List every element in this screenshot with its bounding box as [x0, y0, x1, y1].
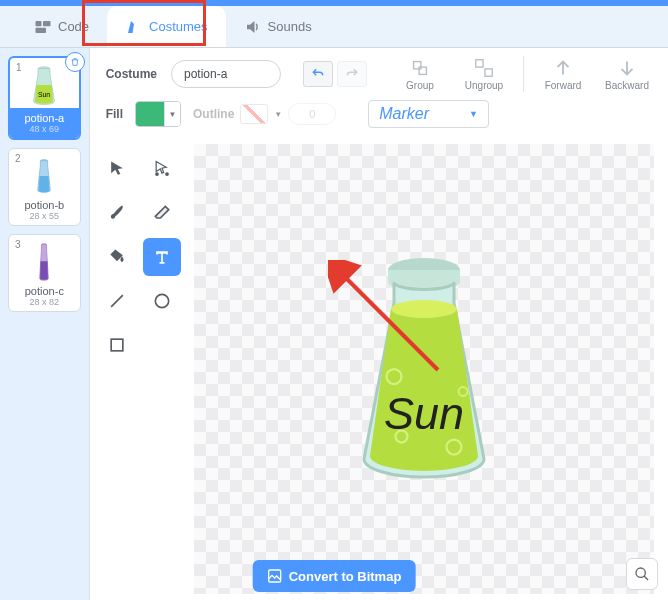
- thumb-image: [13, 239, 76, 285]
- costume-name: potion-a: [10, 112, 79, 124]
- costume-thumb[interactable]: 1 Sun potion-a 48 x 69: [8, 56, 81, 140]
- code-icon: [34, 18, 52, 36]
- font-select[interactable]: Marker ▼: [368, 100, 489, 128]
- undo-button[interactable]: [303, 61, 333, 87]
- svg-rect-8: [419, 67, 426, 74]
- tab-sounds[interactable]: Sounds: [226, 6, 330, 47]
- select-tool[interactable]: [98, 150, 136, 188]
- undo-icon: [311, 67, 325, 81]
- sounds-icon: [244, 18, 262, 36]
- costume-thumb[interactable]: 3 potion-c 28 x 82: [8, 234, 81, 312]
- trash-icon: [70, 57, 80, 67]
- tool-palette: [90, 138, 190, 600]
- group-button[interactable]: Group: [395, 57, 445, 91]
- fill-swatch: [136, 102, 164, 126]
- svg-rect-10: [485, 69, 492, 76]
- text-tool[interactable]: [143, 238, 181, 276]
- fill-color-picker[interactable]: ▼: [135, 101, 181, 127]
- svg-rect-7: [414, 62, 421, 69]
- redo-button[interactable]: [337, 61, 367, 87]
- thumb-image: Sun: [14, 62, 75, 108]
- redo-icon: [345, 67, 359, 81]
- zoom-icon: [634, 566, 650, 582]
- line-tool[interactable]: [98, 282, 136, 320]
- svg-rect-9: [476, 60, 483, 67]
- tab-label: Code: [58, 19, 89, 34]
- svg-point-24: [636, 568, 645, 577]
- outline-color-picker[interactable]: [240, 104, 268, 124]
- circle-icon: [152, 291, 172, 311]
- forward-button[interactable]: Forward: [538, 57, 588, 91]
- tab-code[interactable]: Code: [16, 6, 107, 47]
- backward-button[interactable]: Backward: [602, 57, 652, 91]
- costume-artwork: Sun: [334, 249, 514, 489]
- circle-tool[interactable]: [143, 282, 181, 320]
- costume-thumb[interactable]: 2 potion-b 28 x 55: [8, 148, 81, 226]
- svg-point-14: [155, 294, 168, 307]
- eraser-tool[interactable]: [143, 194, 181, 232]
- ungroup-icon: [473, 57, 495, 79]
- costumes-icon: [125, 18, 143, 36]
- chevron-down-icon: ▼: [164, 102, 180, 126]
- tab-bar: Code Costumes Sounds: [0, 6, 668, 48]
- costume-number: 3: [15, 239, 21, 250]
- fill-tool[interactable]: [98, 238, 136, 276]
- font-name: Marker: [379, 105, 429, 123]
- costume-dim: 48 x 69: [10, 124, 79, 134]
- costume-name: potion-b: [13, 199, 76, 211]
- pointer-icon: [107, 159, 127, 179]
- svg-rect-1: [43, 21, 51, 26]
- svg-rect-15: [111, 339, 123, 351]
- fill-label: Fill: [106, 107, 123, 121]
- line-icon: [107, 291, 127, 311]
- reshape-tool[interactable]: [143, 150, 181, 188]
- bottle-text: Sun: [384, 388, 464, 439]
- chevron-down-icon: ▼: [274, 110, 282, 119]
- tab-costumes[interactable]: Costumes: [107, 6, 226, 47]
- eraser-icon: [152, 203, 172, 223]
- outline-width-input[interactable]: [288, 103, 336, 125]
- bitmap-icon: [267, 568, 283, 584]
- svg-point-12: [165, 173, 168, 176]
- zoom-button[interactable]: [626, 558, 658, 590]
- costume-number: 1: [16, 62, 22, 73]
- backward-icon: [616, 57, 638, 79]
- ungroup-button[interactable]: Ungroup: [459, 57, 509, 91]
- tab-label: Costumes: [149, 19, 208, 34]
- group-icon: [409, 57, 431, 79]
- costume-list: 1 Sun potion-a 48 x 69 2 potion-b 28 x 5…: [0, 48, 89, 600]
- costume-dim: 28 x 55: [13, 211, 76, 221]
- outline-label: Outline: [193, 107, 234, 121]
- forward-icon: [552, 57, 574, 79]
- costume-name: potion-c: [13, 285, 76, 297]
- convert-to-bitmap-button[interactable]: Convert to Bitmap: [253, 560, 416, 592]
- svg-point-17: [391, 300, 457, 318]
- canvas[interactable]: Sun: [194, 144, 654, 594]
- bucket-icon: [107, 247, 127, 267]
- square-icon: [107, 335, 127, 355]
- svg-point-11: [155, 173, 158, 176]
- costume-name-input[interactable]: [171, 60, 281, 88]
- costume-dim: 28 x 82: [13, 297, 76, 307]
- costume-label: Costume: [106, 67, 157, 81]
- text-icon: [152, 247, 172, 267]
- svg-text:Sun: Sun: [38, 91, 50, 98]
- brush-tool[interactable]: [98, 194, 136, 232]
- rectangle-tool[interactable]: [98, 326, 136, 364]
- svg-line-13: [111, 295, 123, 307]
- delete-costume-button[interactable]: [65, 52, 85, 72]
- brush-icon: [107, 203, 127, 223]
- tab-label: Sounds: [268, 19, 312, 34]
- svg-rect-0: [36, 21, 42, 26]
- chevron-down-icon: ▼: [469, 109, 478, 119]
- svg-rect-2: [36, 27, 47, 32]
- costume-number: 2: [15, 153, 21, 164]
- thumb-image: [13, 153, 76, 199]
- svg-line-25: [644, 576, 648, 580]
- reshape-icon: [152, 159, 172, 179]
